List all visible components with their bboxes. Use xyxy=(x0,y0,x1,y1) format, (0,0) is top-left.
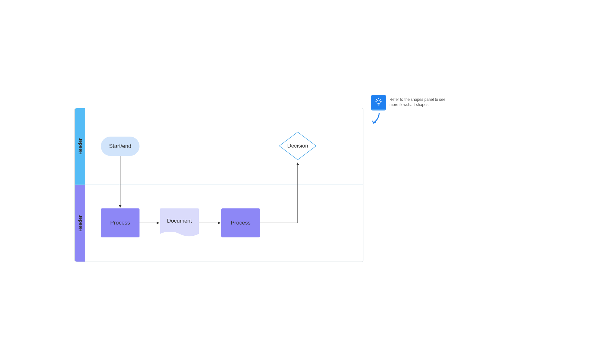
document-wave-icon xyxy=(160,232,199,238)
process-shape-1[interactable]: Process xyxy=(101,208,139,237)
hint-text: Refer to the shapes panel to see more fl… xyxy=(390,95,451,107)
swimlane-2-header-label: Header xyxy=(77,215,83,232)
decision-label: Decision xyxy=(287,143,308,149)
terminator-label: Start/end xyxy=(109,143,131,149)
swimlane-pool[interactable]: Header Header xyxy=(74,108,363,262)
lightbulb-icon xyxy=(371,95,386,109)
swimlane-1-header-label: Header xyxy=(77,138,83,155)
document-label: Document xyxy=(167,218,192,224)
process-2-label: Process xyxy=(231,220,250,226)
swimlane-1-header[interactable]: Header xyxy=(75,108,85,185)
process-shape-2[interactable]: Process xyxy=(221,208,260,237)
terminator-shape[interactable]: Start/end xyxy=(101,137,139,156)
diagram-canvas[interactable]: Header Header Start/end Process Document… xyxy=(0,0,606,364)
process-1-label: Process xyxy=(110,220,130,226)
swimlane-2-header[interactable]: Header xyxy=(75,185,85,262)
hint-arrow-icon xyxy=(371,112,381,125)
decision-shape[interactable]: Decision xyxy=(279,132,316,160)
hint-card: Refer to the shapes panel to see more fl… xyxy=(371,95,451,109)
svg-point-1 xyxy=(377,100,380,103)
document-shape[interactable]: Document xyxy=(160,208,199,237)
